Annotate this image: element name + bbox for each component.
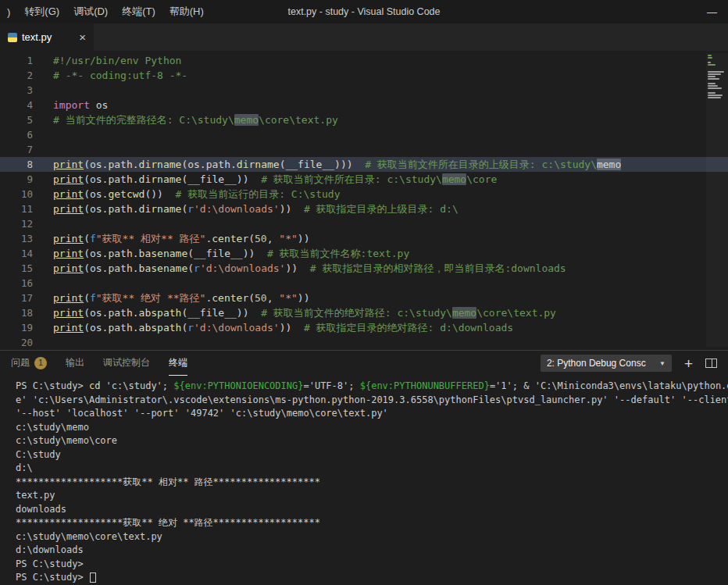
token-print: print bbox=[53, 248, 84, 259]
token-prefix: f bbox=[90, 292, 96, 304]
token-str: "*" bbox=[279, 233, 297, 244]
token-print: print bbox=[53, 159, 84, 170]
vscode-window: )转到(G)调试(D)终端(T)帮助(H) text.py - study - … bbox=[0, 0, 728, 585]
token-comment: # 获取指定目录的相对路径，即当前目录名:downloads bbox=[298, 262, 566, 274]
menu-item-2[interactable]: 调试(D) bbox=[66, 5, 115, 19]
minimize-button[interactable]: — bbox=[707, 6, 717, 18]
terminal-line-2: '--host' 'localhost' '--port' '49742' 'c… bbox=[16, 407, 728, 421]
line-number: 16 bbox=[0, 276, 33, 291]
token-func: dirname bbox=[139, 173, 182, 185]
code-line-1[interactable]: 1#!/usr/bin/env Python bbox=[0, 53, 728, 68]
code-line-19[interactable]: 19print(os.path.abspath(r'd:\downloads')… bbox=[0, 320, 728, 335]
minimap-line bbox=[708, 99, 726, 101]
token-str: "获取** 绝对 **路径" bbox=[96, 292, 206, 304]
line-number: 1 bbox=[0, 53, 33, 68]
code-line-14[interactable]: 14print(os.path.basename(__file__)) # 获取… bbox=[0, 246, 728, 261]
tab-close-icon[interactable]: × bbox=[79, 31, 86, 43]
terminal-token-plain: e' 'c:\Users\Administrator\.vscode\exten… bbox=[16, 394, 728, 405]
token-hlsel: memo bbox=[597, 159, 621, 170]
panel-tab-1[interactable]: 输出 bbox=[66, 351, 84, 376]
chevron-down-icon: ▼ bbox=[659, 360, 666, 367]
panel-tab-3[interactable]: 终端 bbox=[169, 351, 187, 376]
token-comment: # 获取当前文件所在目录: c:\study\ bbox=[248, 173, 441, 185]
token-kw: import bbox=[53, 99, 90, 111]
token-comment: #!/usr/bin/env Python bbox=[53, 55, 181, 66]
token-plain: , bbox=[267, 233, 280, 244]
code-line-3[interactable]: 3 bbox=[0, 83, 728, 98]
code-line-9[interactable]: 9print(os.path.dirname(__file__)) # 获取当前… bbox=[0, 172, 728, 187]
code-line-18[interactable]: 18print(os.path.abspath(__file__)) # 获取当… bbox=[0, 305, 728, 320]
new-terminal-button[interactable]: + bbox=[684, 356, 693, 371]
menu-bar: )转到(G)调试(D)终端(T)帮助(H) bbox=[0, 5, 211, 19]
minimap-line bbox=[708, 64, 726, 66]
code-line-8[interactable]: 8print(os.path.dirname(os.path.dirname(_… bbox=[0, 157, 728, 172]
terminal-output[interactable]: PS C:\study> cd 'c:\study'; ${env:PYTHON… bbox=[0, 376, 728, 585]
token-plain: (os.path. bbox=[181, 159, 236, 170]
menu-item-3[interactable]: 终端(T) bbox=[115, 5, 162, 19]
token-comment: \core\text.py bbox=[259, 114, 338, 126]
terminal-token-plain: d:\ bbox=[16, 462, 33, 473]
panel-tab-0[interactable]: 问题1 bbox=[11, 351, 47, 376]
panel-actions: 2: Python Debug Consc ▼ + bbox=[541, 355, 717, 372]
menu-item-0[interactable]: ) bbox=[0, 6, 17, 18]
token-print: print bbox=[53, 322, 84, 334]
terminal-line-10: *******************获取** 绝对 **路径*********… bbox=[16, 516, 728, 530]
terminal-line-8: text.py bbox=[16, 489, 728, 503]
code-line-6[interactable]: 6 bbox=[0, 127, 728, 142]
minimap-line bbox=[708, 85, 726, 87]
line-number: 3 bbox=[0, 83, 33, 98]
minimap-line bbox=[708, 83, 726, 84]
code-line-10[interactable]: 10print(os.getcwd()) # 获取当前运行的目录: C:\stu… bbox=[0, 187, 728, 202]
token-plain: (os.path. bbox=[84, 262, 138, 274]
code-text: print(os.getcwd()) # 获取当前运行的目录: C:\study bbox=[53, 187, 340, 202]
panel-tab-2[interactable]: 调试控制台 bbox=[103, 351, 150, 376]
panel-tab-label: 输出 bbox=[66, 356, 84, 369]
minimap-line bbox=[708, 73, 726, 75]
code-line-2[interactable]: 2# -*- coding:utf-8 -*- bbox=[0, 68, 728, 83]
line-number: 8 bbox=[0, 157, 33, 172]
code-line-20[interactable]: 20 bbox=[0, 335, 728, 350]
terminal-token-plain: text.py bbox=[16, 490, 55, 501]
minimap-line bbox=[708, 80, 726, 82]
code-line-5[interactable]: 5# 当前文件的完整路径名: C:\study\memo\core\text.p… bbox=[0, 112, 728, 127]
menu-item-4[interactable]: 帮助(H) bbox=[162, 5, 211, 19]
terminal-token-plain: PS C:\study> bbox=[16, 558, 84, 569]
code-line-16[interactable]: 16 bbox=[0, 276, 728, 291]
tab-label: text.py bbox=[22, 31, 74, 43]
code-line-12[interactable]: 12 bbox=[0, 216, 728, 231]
code-line-17[interactable]: 17print(f"获取** 绝对 **路径".center(50, "*")) bbox=[0, 291, 728, 305]
line-number: 10 bbox=[0, 187, 33, 202]
terminal-line-3: c:\study\memo bbox=[16, 421, 728, 435]
token-plain: ( bbox=[248, 233, 255, 244]
token-plain: ( bbox=[84, 233, 90, 244]
code-text: print(os.path.dirname(r'd:\downloads')) … bbox=[53, 202, 459, 216]
line-number: 9 bbox=[0, 172, 33, 187]
token-comment: \core bbox=[466, 173, 497, 185]
terminal-token-plain: '--host' 'localhost' '--port' '49742' 'c… bbox=[16, 408, 388, 419]
token-plain: (os.path. bbox=[84, 159, 138, 170]
tab-textpy[interactable]: text.py × bbox=[0, 23, 94, 51]
token-comment: # 获取当前运行的目录: C:\study bbox=[163, 188, 341, 200]
code-line-11[interactable]: 11print(os.path.dirname(r'd:\downloads')… bbox=[0, 202, 728, 216]
code-line-15[interactable]: 15print(os.path.basename(r'd:\downloads'… bbox=[0, 261, 728, 276]
terminal-token-plain: c:\study\memo\core bbox=[16, 435, 117, 446]
menu-item-1[interactable]: 转到(G) bbox=[17, 5, 66, 19]
code-line-7[interactable]: 7 bbox=[0, 142, 728, 157]
code-line-4[interactable]: 4import os bbox=[0, 98, 728, 112]
split-terminal-button[interactable] bbox=[705, 358, 717, 368]
terminal-token-var: ${env:PYTHONUNBUFFERED} bbox=[360, 380, 490, 391]
token-str: 'd:\downloads' bbox=[194, 203, 280, 215]
code-editor[interactable]: 1#!/usr/bin/env Python2# -*- coding:utf-… bbox=[0, 51, 728, 350]
token-hl: memo bbox=[442, 173, 466, 185]
terminal-token-plain: 'c:\study'; bbox=[100, 380, 173, 391]
token-plain: ( bbox=[187, 262, 194, 274]
line-number: 4 bbox=[0, 98, 33, 112]
code-line-13[interactable]: 13print(f"获取** 相对** 路径".center(50, "*")) bbox=[0, 231, 728, 246]
line-number: 12 bbox=[0, 216, 33, 231]
terminal-picker-dropdown[interactable]: 2: Python Debug Consc ▼ bbox=[541, 355, 672, 372]
code-text: # -*- coding:utf-8 -*- bbox=[53, 68, 187, 83]
minimap[interactable] bbox=[706, 53, 728, 347]
token-plain: , bbox=[267, 292, 280, 304]
line-number: 6 bbox=[0, 127, 33, 142]
line-number: 18 bbox=[0, 305, 33, 320]
